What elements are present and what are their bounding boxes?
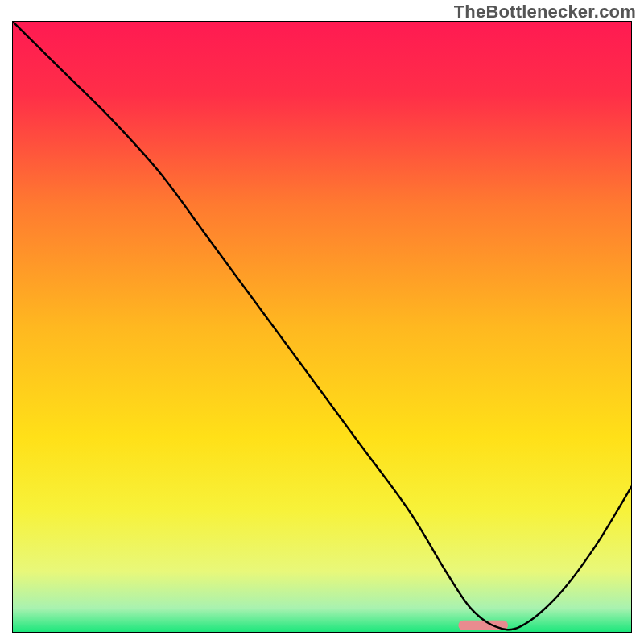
watermark-text: TheBottlenecker.com [454, 2, 636, 23]
bottleneck-chart [12, 21, 632, 633]
chart-svg [12, 21, 632, 633]
